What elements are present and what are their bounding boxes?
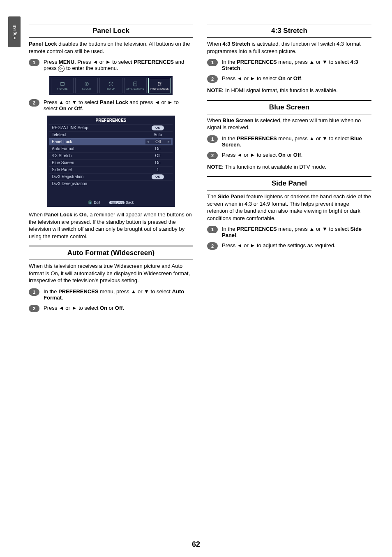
preferences-row-value: On <box>145 160 170 165</box>
preferences-row[interactable]: Panel Lock◄Off► <box>49 138 173 145</box>
menu-tab-label: PICTURE <box>57 88 67 90</box>
step-number-icon: 2 <box>29 99 39 107</box>
body-text: When <box>207 41 223 47</box>
preferences-row-name: Side Panel <box>52 167 145 172</box>
bold-text: MENU <box>59 59 74 65</box>
preferences-panel: PREFERENCES REGZA-LINK SetupOKTeletextAu… <box>47 116 175 207</box>
divider <box>29 37 193 38</box>
preferences-row[interactable]: Blue ScreenOn <box>49 159 173 166</box>
body-text: menu, press ▲ or ▼ to select <box>277 59 350 65</box>
body-text: or <box>286 75 293 81</box>
ok-pill: OK <box>152 174 164 179</box>
step-text: Press MENU. Press ◄ or ► to select PREFE… <box>44 59 193 72</box>
preferences-row-value: ◄Off► <box>145 139 170 144</box>
step-text: In the PREFERENCES menu, press ▲ or ▼ to… <box>222 135 371 148</box>
sound-icon <box>84 81 90 87</box>
bold-text: Off <box>293 152 301 158</box>
blue-screen-step-1: 1 In the PREFERENCES menu, press ▲ or ▼ … <box>207 135 371 148</box>
panel-lock-step-1: 1 Press MENU. Press ◄ or ► to select PRE… <box>29 59 193 72</box>
side-panel-step-1: 1 In the PREFERENCES menu, press ▲ or ▼ … <box>207 226 371 238</box>
ok-button-icon: OK <box>58 65 65 72</box>
preferences-panel-footer: ◆Edit RETURNBack <box>49 198 173 207</box>
right-column: 4:3 Stretch When 4:3 Stretch is activate… <box>207 25 371 316</box>
bold-text: Off <box>74 105 82 111</box>
bold-text: PREFERENCES <box>237 226 277 232</box>
preferences-row-value: Off <box>145 153 170 158</box>
preferences-panel-rows: REGZA-LINK SetupOKTeletextAutoPanel Lock… <box>49 124 173 187</box>
return-pill: RETURN <box>109 201 125 204</box>
body-text: In HDMI signal format, this function is … <box>224 87 337 93</box>
step-number-icon: 2 <box>207 75 218 83</box>
page-number: 62 <box>0 540 392 549</box>
preferences-row[interactable]: 4:3 StretchOff <box>49 152 173 159</box>
svg-point-10 <box>159 82 159 83</box>
divider <box>207 190 371 190</box>
divider <box>207 37 371 38</box>
preferences-row[interactable]: Side Panel1 <box>49 166 173 173</box>
menu-tab-strip: PICTURE SOUND SETUP APPLICATIONS PREFERE… <box>49 76 173 95</box>
body-text: . <box>301 152 303 158</box>
columns: Panel Lock Panel Lock disables the butto… <box>29 25 371 316</box>
chevron-left-icon: ◄ <box>146 140 149 143</box>
step-number-icon: 2 <box>207 152 218 159</box>
body-text: menu, press ▲ or ▼ to select <box>277 226 350 232</box>
footer-back: RETURNBack <box>109 200 134 204</box>
menu-tab-picture[interactable]: PICTURE <box>51 78 74 93</box>
step-number-icon: 1 <box>207 226 218 233</box>
stretch-step-2: 2 Press ◄ or ► to select On or Off. <box>207 75 371 83</box>
menu-tab-preferences[interactable]: PREFERENCES <box>148 78 171 93</box>
body-text: . <box>236 232 238 238</box>
svg-point-2 <box>86 83 87 84</box>
preferences-row[interactable]: REGZA-LINK SetupOK <box>49 124 173 131</box>
bold-text: On <box>59 105 67 111</box>
preferences-row-value: On <box>145 146 170 151</box>
bold-text: Panel Lock <box>100 99 128 105</box>
divider <box>207 100 371 101</box>
body-text: menu, press ▲ or ▼ to select <box>277 135 350 142</box>
stretch-intro: When 4:3 Stretch is activated, this func… <box>207 40 371 55</box>
applications-icon <box>132 81 138 87</box>
menu-tab-sound[interactable]: SOUND <box>75 78 98 93</box>
preferences-row[interactable]: DivX Deregistration <box>49 180 173 187</box>
body-text: When <box>207 117 223 123</box>
step-number-icon: 1 <box>29 59 39 66</box>
preferences-row[interactable]: DivX RegistrationOK <box>49 173 173 180</box>
body-text: . <box>240 65 242 71</box>
bold-text: PREFERENCES <box>58 288 99 295</box>
step-text: In the PREFERENCES menu, press ▲ or ▼ to… <box>44 288 193 301</box>
body-text: or <box>286 152 293 158</box>
preferences-row-value: OK <box>145 174 170 179</box>
body-text: When <box>29 211 44 218</box>
menu-tab-label: PREFERENCES <box>150 88 169 90</box>
bold-text: Side Panel <box>218 193 245 200</box>
menu-tab-applications[interactable]: APPLICATIONS <box>124 78 147 93</box>
stretch-heading: 4:3 Stretch <box>207 27 371 35</box>
bold-text: On <box>79 211 87 218</box>
preferences-row[interactable]: TeletextAuto <box>49 131 173 138</box>
panel-lock-intro: Panel Lock disables the buttons on the t… <box>29 40 193 55</box>
step-text: Press ◄ or ► to select On or Off. <box>222 75 371 83</box>
left-column: Panel Lock Panel Lock disables the butto… <box>29 25 193 316</box>
step-text: Press ▲ or ▼ to select Panel Lock and pr… <box>44 99 193 111</box>
stretch-step-1: 1 In the PREFERENCES menu, press ▲ or ▼ … <box>207 59 371 71</box>
step-number-icon: 2 <box>207 242 218 250</box>
step-text: Press ◄ or ► to select On or Off. <box>44 305 193 312</box>
auto-format-step-2: 2 Press ◄ or ► to select On or Off. <box>29 305 193 312</box>
svg-point-3 <box>110 83 112 85</box>
preferences-row[interactable]: Auto FormatOn <box>49 145 173 152</box>
step-text: Press ◄ or ► to adjust the settings as r… <box>222 242 371 250</box>
bold-text: Blue Screen <box>223 117 254 123</box>
body-text: In the <box>222 226 237 232</box>
menu-tab-setup[interactable]: SETUP <box>99 78 122 93</box>
blue-screen-note: NOTE: This function is not available in … <box>207 163 371 171</box>
svg-rect-0 <box>60 82 65 85</box>
chevron-right-icon: ► <box>167 140 170 143</box>
body-text: The <box>207 193 218 200</box>
step-text: In the PREFERENCES menu, press ▲ or ▼ to… <box>222 59 371 71</box>
bold-text: PREFERENCES <box>237 135 277 142</box>
body-text: Press ▲ or ▼ to select <box>44 99 100 105</box>
body-text: Press ◄ or ► to select <box>222 75 278 81</box>
bold-text: Panel Lock <box>44 211 73 218</box>
step-text: In the PREFERENCES menu, press ▲ or ▼ to… <box>222 226 371 238</box>
preferences-row-name: 4:3 Stretch <box>52 153 145 158</box>
